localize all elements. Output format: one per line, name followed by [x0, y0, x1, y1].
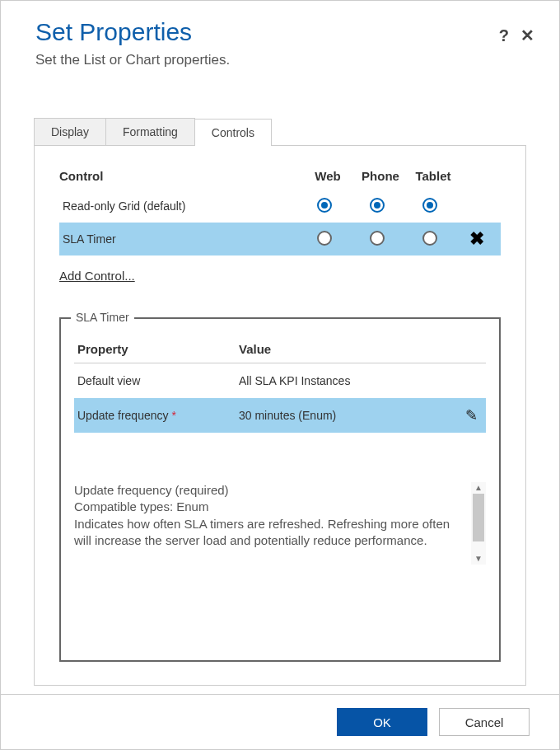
control-row-sla-timer[interactable]: SLA Timer ✖ — [59, 223, 501, 255]
dialog-content: Display Formatting Controls Control Web … — [1, 77, 559, 694]
radio-web-sla[interactable] — [317, 231, 332, 246]
tab-display[interactable]: Display — [34, 118, 106, 145]
property-name: Default view — [74, 374, 239, 387]
property-description-area: Update frequency (required) Compatible t… — [74, 482, 486, 565]
property-table-header: Property Value — [74, 342, 486, 363]
required-indicator: * — [169, 409, 176, 422]
control-name: SLA Timer — [63, 232, 298, 246]
desc-line: Compatible types: Enum — [74, 499, 464, 515]
description-scrollbar[interactable]: ▲ ▼ — [471, 482, 486, 565]
col-web: Web — [301, 169, 354, 183]
controls-table-header: Control Web Phone Tablet — [59, 169, 501, 190]
col-property: Property — [74, 342, 239, 356]
page-title: Set Properties — [35, 17, 525, 47]
header-actions: ? ✕ — [499, 27, 534, 44]
radio-web-readonly[interactable] — [317, 198, 332, 213]
tab-controls[interactable]: Controls — [194, 119, 272, 146]
property-row-update-frequency[interactable]: Update frequency * 30 minutes (Enum) ✎ — [74, 398, 486, 433]
dialog-footer: OK Cancel — [1, 694, 559, 749]
ok-button[interactable]: OK — [337, 708, 427, 736]
radio-phone-readonly[interactable] — [370, 198, 385, 213]
radio-tablet-readonly[interactable] — [422, 198, 437, 213]
radio-phone-sla[interactable] — [370, 231, 385, 246]
desc-line: Indicates how often SLA timers are refre… — [74, 516, 464, 550]
dialog-header: Set Properties Set the List or Chart pro… — [1, 1, 559, 77]
col-value: Value — [239, 342, 456, 356]
col-delete — [460, 169, 501, 183]
controls-panel: Control Web Phone Tablet Read-only Grid … — [34, 146, 526, 686]
property-name: Update frequency * — [74, 409, 239, 422]
property-row-default-view[interactable]: Default view All SLA KPI Instances — [74, 363, 486, 398]
control-name: Read-only Grid (default) — [63, 199, 298, 213]
help-icon[interactable]: ? — [499, 27, 509, 44]
set-properties-dialog: Set Properties Set the List or Chart pro… — [0, 0, 560, 750]
property-group: SLA Timer Property Value Default view Al… — [59, 317, 501, 662]
desc-line: Update frequency (required) — [74, 482, 464, 499]
tabs: Display Formatting Controls — [34, 118, 526, 146]
add-control-link[interactable]: Add Control... — [59, 269, 135, 283]
property-group-label: SLA Timer — [71, 311, 134, 324]
close-icon[interactable]: ✕ — [520, 27, 534, 44]
page-subtitle: Set the List or Chart properties. — [35, 52, 525, 68]
edit-icon[interactable]: ✎ — [465, 407, 478, 424]
radio-tablet-sla[interactable] — [422, 231, 437, 246]
scroll-thumb[interactable] — [473, 494, 484, 541]
col-phone: Phone — [354, 169, 407, 183]
tab-formatting[interactable]: Formatting — [105, 118, 195, 145]
col-control: Control — [59, 169, 301, 183]
property-description: Update frequency (required) Compatible t… — [74, 482, 471, 565]
property-value: 30 minutes (Enum) — [239, 409, 456, 422]
property-value: All SLA KPI Instances — [239, 374, 456, 387]
col-tablet: Tablet — [407, 169, 460, 183]
scroll-up-icon[interactable]: ▲ — [474, 482, 483, 494]
property-label: Update frequency — [77, 409, 169, 422]
control-row-readonly-grid[interactable]: Read-only Grid (default) — [59, 190, 501, 223]
delete-control-icon[interactable]: ✖ — [469, 228, 484, 249]
scroll-down-icon[interactable]: ▼ — [474, 553, 483, 565]
cancel-button[interactable]: Cancel — [439, 708, 530, 736]
